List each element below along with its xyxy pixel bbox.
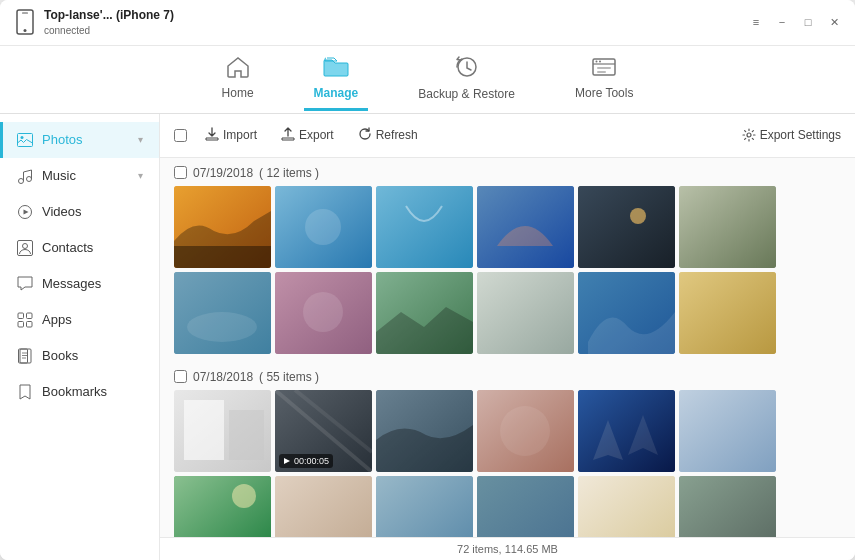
sidebar-item-bookmarks[interactable]: Bookmarks [0,374,159,410]
menu-button[interactable]: ≡ [749,15,763,29]
svg-point-52 [500,406,550,456]
date-section-2: 07/18/2018 ( 55 items ) [174,362,841,537]
device-status: connected [44,24,174,37]
svg-point-11 [21,136,24,139]
date-2: 07/18/2018 [193,370,253,384]
svg-rect-8 [597,67,611,69]
sidebar-item-music[interactable]: Music ▾ [0,158,159,194]
contacts-label: Contacts [42,240,143,255]
photos-arrow: ▾ [138,134,143,145]
photo-thumb[interactable] [477,390,574,472]
svg-point-16 [23,243,28,248]
photo-thumb[interactable] [477,272,574,354]
statusbar: 72 items, 114.65 MB [160,537,855,560]
photo-thumb[interactable] [174,390,271,472]
sidebar-item-videos[interactable]: Videos [0,194,159,230]
toolbar: Import Export [160,114,855,158]
photo-thumb[interactable] [679,186,776,268]
photo-thumb[interactable] [578,272,675,354]
bookmarks-icon [16,383,34,401]
photo-grid-2: 00:00:05 [174,390,841,537]
app-window: Top-lanse'... (iPhone 7) connected ≡ − □… [0,0,855,560]
svg-point-26 [747,133,751,137]
bookmarks-label: Bookmarks [42,384,143,399]
export-button[interactable]: Export [271,122,344,149]
photo-thumb[interactable] [376,186,473,268]
tab-backup[interactable]: Backup & Restore [408,47,525,112]
import-button[interactable]: Import [195,122,267,149]
tab-tools[interactable]: More Tools [565,48,643,111]
nav-tabs: Home Manage Backup & Restor [0,46,855,114]
svg-rect-18 [27,313,33,319]
photo-thumb[interactable] [578,390,675,472]
manage-icon [322,56,350,82]
titlebar-controls: ≡ − □ ✕ [749,15,841,29]
svg-rect-45 [184,400,224,460]
tab-manage[interactable]: Manage [304,48,369,111]
refresh-button[interactable]: Refresh [348,122,428,149]
titlebar: Top-lanse'... (iPhone 7) connected ≡ − □… [0,0,855,46]
minimize-button[interactable]: − [775,15,789,29]
sidebar: Photos ▾ Music ▾ [0,114,160,560]
sidebar-item-messages[interactable]: Messages [0,266,159,302]
tab-home-label: Home [222,86,254,100]
photo-thumb[interactable] [376,272,473,354]
sidebar-item-apps[interactable]: Apps [0,302,159,338]
photo-thumb[interactable] [174,186,271,268]
home-icon [226,56,250,82]
svg-rect-28 [174,246,271,268]
main-content: Photos ▾ Music ▾ [0,114,855,560]
apps-label: Apps [42,312,143,327]
svg-point-6 [596,60,598,62]
svg-rect-46 [229,410,264,460]
photos-icon [16,131,34,149]
refresh-icon [358,127,372,144]
sidebar-item-contacts[interactable]: Contacts [0,230,159,266]
svg-point-12 [19,178,24,183]
books-icon [16,347,34,365]
date-section-1-checkbox[interactable] [174,166,187,179]
photo-thumb[interactable] [477,186,574,268]
photo-thumb[interactable] [578,476,675,537]
tab-tools-label: More Tools [575,86,633,100]
tools-icon [591,56,617,82]
photo-thumb[interactable]: 00:00:05 [275,390,372,472]
date-section-1: 07/19/2018 ( 12 items ) [174,158,841,354]
photo-thumb[interactable] [275,272,372,354]
svg-rect-55 [174,476,271,537]
titlebar-left: Top-lanse'... (iPhone 7) connected [14,8,174,37]
photo-thumb[interactable] [679,476,776,537]
photo-thumb[interactable] [578,186,675,268]
music-icon [16,167,34,185]
books-label: Books [42,348,143,363]
date-section-2-checkbox[interactable] [174,370,187,383]
photo-thumb[interactable] [477,476,574,537]
close-button[interactable]: ✕ [827,15,841,29]
videos-label: Videos [42,204,143,219]
import-icon [205,127,219,144]
status-text: 72 items, 114.65 MB [457,543,558,555]
svg-rect-54 [679,390,776,472]
content-area: Import Export [160,114,855,560]
count-1: ( 12 items ) [259,166,319,180]
photo-thumb[interactable] [376,476,473,537]
tab-backup-label: Backup & Restore [418,87,515,101]
photo-area: 07/19/2018 ( 12 items ) [160,158,855,537]
photo-thumb[interactable] [275,476,372,537]
photo-thumb[interactable] [376,390,473,472]
svg-rect-60 [578,476,675,537]
maximize-button[interactable]: □ [801,15,815,29]
sidebar-item-photos[interactable]: Photos ▾ [0,122,159,158]
select-all-checkbox[interactable] [174,129,187,142]
svg-rect-2 [22,13,28,14]
photo-thumb[interactable] [679,272,776,354]
device-name: Top-lanse'... (iPhone 7) [44,8,174,24]
svg-point-39 [303,292,343,332]
sidebar-item-books[interactable]: Books [0,338,159,374]
photo-thumb[interactable] [174,476,271,537]
photo-thumb[interactable] [679,390,776,472]
export-settings-button[interactable]: Export Settings [742,128,841,142]
photo-thumb[interactable] [174,272,271,354]
tab-home[interactable]: Home [212,48,264,111]
photo-thumb[interactable] [275,186,372,268]
